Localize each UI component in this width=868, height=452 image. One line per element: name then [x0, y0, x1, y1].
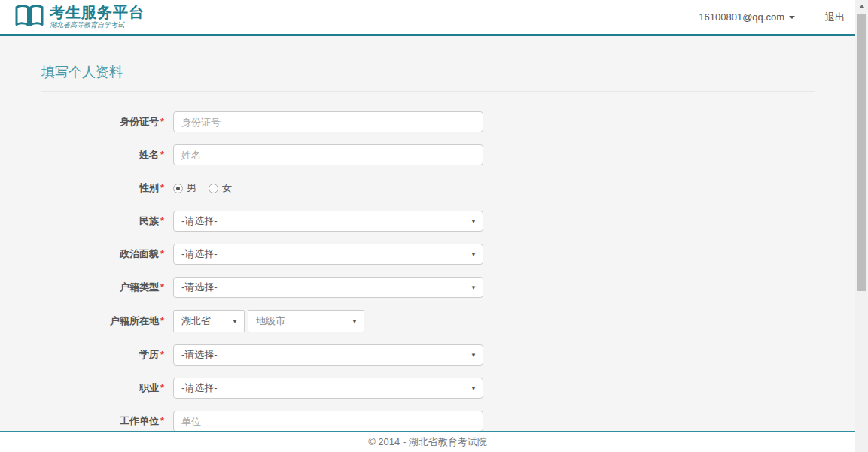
required-marker: * [160, 415, 164, 426]
footer: © 2014 - 湖北省教育考试院 [0, 431, 855, 452]
field-label-occupation: 职业* [41, 381, 164, 395]
personal-info-form: 身份证号*姓名*性别*男女民族*-请选择-▼政治面貌*-请选择-▼户籍类型*-请… [41, 111, 815, 432]
field-control-gender: 男女 [173, 181, 232, 195]
header-right: 16100801@qq.com 退出 [699, 11, 845, 24]
field-control-name [173, 144, 483, 165]
scrollbar[interactable] [855, 0, 868, 452]
form-row-political-status: 政治面貌*-请选择-▼ [41, 244, 815, 265]
form-row-occupation: 职业*-请选择-▼ [41, 378, 815, 399]
household-type-select[interactable]: -请选择-▼ [173, 277, 483, 298]
account-email: 16100801@qq.com [699, 11, 784, 23]
footer-copyright: © 2014 - 湖北省教育考试院 [0, 432, 855, 451]
occupation-select-value: -请选择- [181, 381, 218, 395]
field-label-ethnicity: 民族* [41, 214, 164, 228]
chevron-down-icon: ▼ [471, 284, 477, 291]
required-marker: * [160, 149, 164, 160]
household-location-city-select-value: 地级市 [256, 314, 285, 328]
form-row-employer: 工作单位* [41, 411, 815, 432]
form-row-household-type: 户籍类型*-请选择-▼ [41, 277, 815, 298]
field-control-employer [173, 411, 483, 432]
field-label-text: 政治面貌 [120, 248, 159, 259]
chevron-down-icon: ▼ [471, 218, 477, 225]
scroll-up-arrow-icon [859, 5, 865, 8]
field-label-text: 户籍类型 [120, 281, 159, 293]
brand: 考生服务平台 湖北省高等教育自学考试 [15, 4, 145, 31]
required-marker: * [160, 248, 164, 259]
gender-option-female[interactable]: 女 [209, 181, 232, 195]
chevron-down-icon: ▼ [232, 318, 238, 325]
id-number-input[interactable] [173, 111, 483, 132]
household-location-city-select[interactable]: 地级市▼ [248, 310, 364, 332]
field-label-household-type: 户籍类型* [41, 281, 164, 294]
scroll-up-button[interactable] [855, 0, 868, 13]
field-control-id-number [173, 111, 483, 132]
gender-radio-female[interactable] [209, 184, 218, 193]
form-row-household-location: 户籍所在地*湖北省▼地级市▼ [41, 310, 815, 332]
ethnicity-select[interactable]: -请选择-▼ [173, 211, 483, 232]
chevron-down-icon: ▼ [352, 318, 358, 325]
education-select[interactable]: -请选择-▼ [173, 344, 483, 366]
chevron-down-icon: ▼ [471, 385, 477, 392]
required-marker: * [160, 182, 164, 193]
field-label-text: 民族 [139, 215, 159, 226]
brand-title: 考生服务平台 [50, 5, 145, 20]
field-control-education: -请选择-▼ [173, 344, 483, 366]
gender-radio-group: 男女 [173, 181, 232, 195]
required-marker: * [160, 116, 164, 127]
field-label-text: 户籍所在地 [110, 315, 159, 326]
required-marker: * [160, 315, 164, 326]
occupation-select[interactable]: -请选择-▼ [173, 378, 483, 399]
field-label-text: 工作单位 [120, 415, 159, 426]
logout-button[interactable]: 退出 [825, 11, 845, 24]
field-control-household-location: 湖北省▼地级市▼ [173, 310, 364, 332]
brand-subtitle: 湖北省高等教育自学考试 [50, 22, 145, 29]
field-control-political-status: -请选择-▼ [173, 244, 483, 265]
required-marker: * [160, 281, 164, 293]
household-location-province-select-value: 湖北省 [181, 314, 211, 328]
account-dropdown[interactable]: 16100801@qq.com [699, 11, 795, 23]
title-divider [41, 91, 815, 92]
employer-input[interactable] [173, 411, 483, 432]
field-label-text: 身份证号 [120, 116, 159, 127]
field-label-employer: 工作单位* [41, 414, 164, 428]
form-row-name: 姓名* [41, 144, 815, 165]
page-title: 填写个人资料 [41, 63, 815, 81]
header: 考生服务平台 湖北省高等教育自学考试 16100801@qq.com 退出 [0, 0, 855, 36]
form-row-ethnicity: 民族*-请选择-▼ [41, 211, 815, 232]
chevron-down-icon [789, 16, 795, 19]
gender-option-male[interactable]: 男 [173, 181, 196, 195]
household-location-province-select[interactable]: 湖北省▼ [173, 310, 245, 332]
household-type-select-value: -请选择- [181, 281, 218, 294]
page: 考生服务平台 湖北省高等教育自学考试 16100801@qq.com 退出 填写… [0, 0, 855, 452]
required-marker: * [160, 382, 164, 393]
political-status-select[interactable]: -请选择-▼ [173, 244, 483, 265]
gender-radio-male[interactable] [173, 184, 183, 193]
field-label-text: 性别 [139, 182, 159, 193]
form-row-education: 学历*-请选择-▼ [41, 344, 815, 366]
education-select-value: -请选择- [181, 348, 218, 362]
brand-text: 考生服务平台 湖北省高等教育自学考试 [50, 5, 145, 29]
main-content: 填写个人资料 身份证号*姓名*性别*男女民族*-请选择-▼政治面貌*-请选择-▼… [41, 63, 815, 432]
field-label-household-location: 户籍所在地* [41, 314, 164, 328]
field-label-id-number: 身份证号* [41, 115, 164, 129]
name-input[interactable] [173, 144, 483, 165]
field-label-political-status: 政治面貌* [41, 247, 164, 261]
field-control-ethnicity: -请选择-▼ [173, 211, 483, 232]
field-label-text: 学历 [139, 349, 159, 360]
scrollbar-thumb[interactable] [857, 14, 866, 291]
required-marker: * [160, 349, 164, 360]
field-label-gender: 性别* [41, 181, 164, 195]
gender-option-label: 女 [222, 181, 232, 195]
field-label-education: 学历* [41, 348, 164, 362]
ethnicity-select-value: -请选择- [181, 214, 218, 228]
field-label-text: 姓名 [139, 149, 159, 160]
field-control-household-type: -请选择-▼ [173, 277, 483, 298]
form-row-gender: 性别*男女 [41, 177, 815, 199]
field-control-occupation: -请选择-▼ [173, 378, 483, 399]
form-row-id-number: 身份证号* [41, 111, 815, 132]
required-marker: * [160, 215, 164, 226]
chevron-down-icon: ▼ [471, 352, 477, 359]
open-book-logo-icon [15, 4, 44, 31]
field-label-name: 姓名* [41, 148, 164, 162]
chevron-down-icon: ▼ [471, 251, 477, 258]
